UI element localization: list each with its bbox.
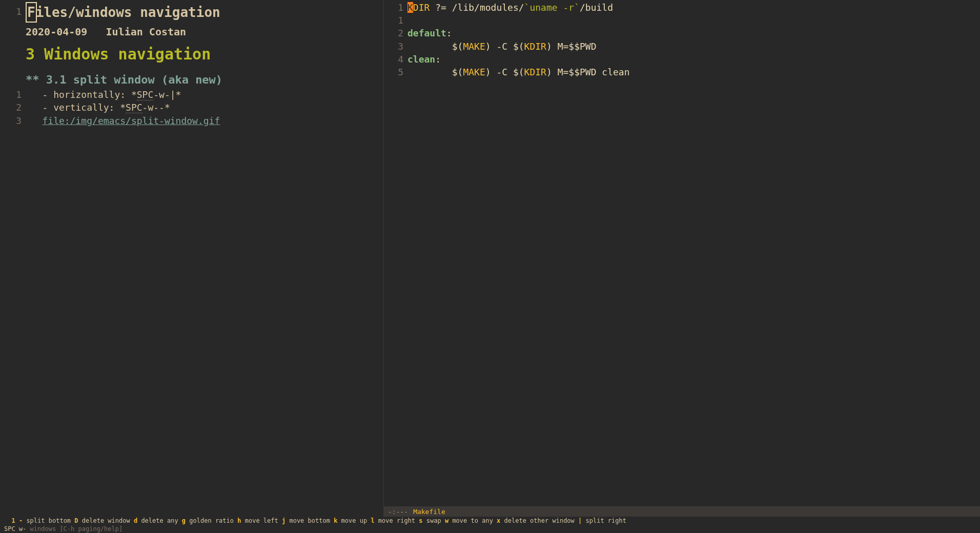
which-key-desc: golden ratio — [186, 517, 237, 524]
line-number: 5 — [384, 66, 407, 78]
link-line: 3 file:/img/emacs/split-window.gif — [0, 114, 383, 127]
line-number: 3 — [384, 40, 407, 53]
which-key-key[interactable]: g — [182, 517, 186, 524]
which-key-desc: move up — [337, 517, 371, 524]
file-link[interactable]: file:/img/emacs/split-window.gif — [43, 115, 220, 126]
line-number: 1 — [0, 2, 26, 18]
line-number: 1 — [0, 88, 26, 101]
which-key-desc: move bottom — [285, 517, 334, 524]
code-line: 1 — [384, 14, 980, 27]
heading-1: 3 Windows navigation — [0, 45, 383, 63]
code-line: 4clean: — [384, 53, 980, 66]
which-key-prompt: SPC w- windows [C-h paging/help] — [4, 525, 976, 533]
modeline-filename: Makefile — [413, 508, 445, 516]
which-key-desc: move to any — [448, 517, 497, 524]
cursor-outline: F — [26, 2, 37, 23]
which-key-desc: move right — [375, 517, 419, 524]
modeline-right: -:--- Makefile — [384, 506, 980, 517]
code-line: 3 $(MAKE) -C $(KDIR) M=$$PWD — [384, 40, 980, 53]
code-line: 1KDIR ?= /lib/modules/`uname -r`/build — [384, 1, 980, 14]
heading-2-line: ** 3.1 split window (aka new) — [0, 72, 383, 88]
line-number: 2 — [0, 101, 26, 114]
which-key-desc: split right — [582, 517, 626, 524]
right-pane[interactable]: 1KDIR ?= /lib/modules/`uname -r`/build1 … — [383, 0, 980, 517]
which-key-desc: split bottom — [23, 517, 74, 524]
code-line: 5 $(MAKE) -C $(KDIR) M=$$PWD clean — [384, 66, 980, 78]
line-number: 2 — [384, 27, 407, 39]
which-key-desc: delete any — [137, 517, 182, 524]
which-key-desc: delete other window — [500, 517, 578, 524]
line-number: 4 — [384, 53, 407, 66]
which-key-desc: delete window — [78, 517, 134, 524]
line-number: 1 — [384, 1, 407, 14]
org-list-item: 1 - horizontally: *SPC-w-|* — [0, 88, 383, 101]
which-key-desc — [15, 517, 19, 524]
left-pane[interactable]: 1 Files/windows navigation 2020-04-09 Iu… — [0, 0, 383, 517]
which-key-desc: swap — [423, 517, 445, 524]
which-key-hints: 1 - split bottom D delete window d delet… — [4, 517, 976, 525]
heading-2: ** 3.1 split window (aka new) — [26, 73, 222, 86]
line-number: 3 — [0, 114, 26, 127]
cursor-block: K — [407, 2, 413, 13]
which-key-key[interactable]: D — [74, 517, 78, 524]
which-key-desc: move left — [241, 517, 281, 524]
meta-line: 2020-04-09 Iulian Costan — [0, 26, 383, 38]
code-line: 2default: — [384, 27, 980, 39]
which-key-key[interactable]: l — [371, 517, 374, 524]
title-line: 1 Files/windows navigation — [0, 2, 383, 23]
modeline-status: -:--- — [388, 508, 408, 516]
which-key-popup: 1 - split bottom D delete window d delet… — [0, 517, 980, 533]
which-key-key[interactable]: s — [419, 517, 422, 524]
line-number: 1 — [384, 14, 407, 27]
title-text: Files/windows navigation — [26, 2, 383, 23]
which-key-key[interactable]: 1 — [11, 517, 15, 524]
org-list-item: 2 - vertically: *SPC-w--* — [0, 101, 383, 114]
